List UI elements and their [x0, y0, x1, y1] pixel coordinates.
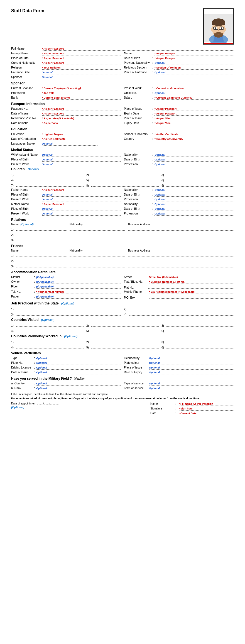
sign-name-value[interactable]: * Fill Name As Per Passport [179, 402, 213, 405]
worked-optional: (Optional) [64, 335, 77, 338]
profession-m-value[interactable]: Optional [155, 163, 165, 166]
salary-value[interactable]: * Current Salary and Currency [155, 96, 192, 99]
floor-value[interactable]: (If Applicable) [36, 285, 53, 288]
relatives-name-optional: (Optional) [20, 223, 33, 226]
place-birth-m-value[interactable]: Optional [42, 158, 53, 161]
sponsor-value[interactable]: Optional [42, 75, 53, 79]
country-univ-value[interactable]: * Country of University [155, 137, 183, 140]
res-visa-value[interactable]: * As per Visa (If Available) [42, 117, 74, 120]
place-issue-r-value[interactable]: * As per Passport [155, 107, 177, 110]
place-birth-mo-value[interactable]: Optional [42, 207, 53, 210]
current-nat-value[interactable]: * As per Passport [42, 61, 64, 64]
sign-date-row: Date : * Current Date [150, 411, 234, 415]
prev-nat-value[interactable]: Optional [155, 61, 165, 64]
present-work-mo-value[interactable]: Optional [42, 212, 53, 215]
lang-value[interactable]: Optional [42, 142, 53, 145]
mobile-value[interactable]: * Your contact number (If Applicable) [149, 290, 195, 293]
type-label: Type [11, 356, 33, 360]
current-nat-label: Current Nationality [11, 61, 39, 64]
plate-colour-value[interactable]: Optional [149, 361, 160, 364]
country-m-value[interactable]: Optional [36, 382, 47, 385]
present-work-f-value[interactable]: Optional [42, 198, 53, 201]
wife-value[interactable]: Optional [42, 153, 53, 156]
full-name-value[interactable]: * As per Passport [42, 47, 64, 50]
family-name-value[interactable]: * As per Passport [42, 52, 64, 55]
pager-value[interactable]: (If Applicable) [36, 295, 53, 298]
place-issue-v-value[interactable]: Optional [149, 366, 160, 369]
expiry-date-r-value[interactable]: * As per Passport [155, 112, 177, 115]
relative-row-2: 2) [11, 232, 234, 236]
nationality-fo-value[interactable]: Optional [155, 203, 165, 206]
profession-mo-value[interactable]: Optional [155, 212, 165, 215]
sign-date-value[interactable]: * Current Date [179, 412, 197, 415]
place-issue2-value[interactable]: * As per Visa [155, 117, 171, 120]
nationality-m-value[interactable]: Optional [155, 153, 165, 156]
profession-value[interactable]: * Job Title [42, 91, 54, 94]
date-expiry-v-value[interactable]: Optional [149, 371, 160, 374]
date-appt-optional: (Optional) [11, 406, 59, 409]
owner-value[interactable]: (If Applicable) [36, 280, 53, 283]
date-issue-value[interactable]: * As per Passport [42, 112, 64, 115]
term-service-value[interactable]: Optional [149, 387, 160, 390]
present-work-m-value[interactable]: Optional [42, 163, 53, 166]
dob-m-value[interactable]: Optional [155, 158, 165, 161]
passport-no-value[interactable]: * As per Passport [42, 107, 64, 110]
place-birth-value[interactable]: * As per Passport [42, 57, 64, 60]
family-name-row: Family Name : * As per Passport Name : *… [11, 52, 234, 55]
bank-row: Bank : * Current Bank (If any) Salary : … [11, 96, 234, 100]
religion-value[interactable]: * Your Religion [42, 66, 60, 69]
dob-r-value[interactable]: * As per Passport [155, 57, 177, 60]
name-r-value[interactable]: * As per Passport [155, 52, 177, 55]
profession-f-value[interactable]: Optional [155, 198, 165, 201]
entrance-date-value[interactable]: Optional [42, 71, 53, 74]
licenced-value[interactable]: Optional [149, 357, 160, 360]
visited-4: 4) [11, 328, 84, 333]
curr-sponsor-value[interactable]: * Current Employer (If working) [42, 87, 81, 90]
education-value[interactable]: * Highest Degree [42, 133, 63, 136]
religious-sec-value[interactable]: * Section Of Religion [155, 66, 181, 69]
mother-row: Mother Name : * As per Passport National… [11, 202, 234, 206]
tel-value[interactable]: * Your contact number [36, 290, 64, 293]
religion-label: Religion [11, 66, 39, 69]
plate-value[interactable]: Optional [36, 361, 47, 364]
rank-value[interactable]: Optional [36, 387, 47, 390]
child-7: 7) [11, 183, 84, 187]
svg-rect-5 [212, 22, 225, 25]
expiry-date2-value[interactable]: * As per Visa [155, 121, 171, 125]
place-birth-f-label: Place of Birth [11, 193, 39, 196]
office-no-value[interactable]: Optional [155, 91, 165, 94]
mother-name-value[interactable]: * As per Passport [42, 203, 64, 206]
district-label: District [11, 275, 33, 279]
date-issue-v-value[interactable]: Optional [36, 371, 47, 374]
sign-sig-value[interactable]: * Sign here [179, 407, 193, 410]
dob-fo-value[interactable]: Optional [155, 207, 165, 210]
sign-sig-row: Signature : * Sign here [150, 407, 234, 411]
driving-value[interactable]: Optional [36, 366, 47, 369]
type-value[interactable]: Optional [36, 357, 47, 360]
driving-row: Driving Licence : Optional Place of issu… [11, 366, 234, 370]
place-entrance-value[interactable]: Optional [155, 71, 165, 74]
flat-bldg-value[interactable]: * Building Number & Flat No. [149, 280, 185, 283]
type-service-value[interactable]: Optional [149, 382, 160, 385]
street-value[interactable]: Street No. (If Available) [149, 275, 178, 279]
district-value[interactable]: (If Applicable) [36, 275, 53, 279]
profession-label: Profession [11, 91, 39, 94]
job-3: 3) [11, 312, 121, 316]
date-appt-value[interactable]: ....../......./............ [38, 402, 59, 405]
nationality-f-value[interactable]: Optional [155, 188, 165, 191]
form-container: Staff Data Form [11, 8, 234, 416]
relatives-name-label: Name [11, 223, 19, 226]
father-name-value[interactable]: * As per Passport [42, 188, 64, 191]
bank-value[interactable]: * Current Bank (If any) [42, 96, 70, 99]
present-work-value[interactable]: * Current work location [155, 87, 184, 90]
place-birth-f-value[interactable]: Optional [42, 193, 53, 196]
friend-row-3: 3) [11, 264, 234, 268]
passport-section-header: Passport Information [11, 102, 234, 106]
children-optional: Optional [28, 168, 39, 171]
dob-f-value[interactable]: Optional [155, 193, 165, 196]
date-issue2-value[interactable]: * As per Visa [42, 121, 58, 125]
date-grad-value[interactable]: * As Per Certificate [42, 137, 65, 140]
job-grid: 1) 2) 3) 4) [11, 306, 234, 316]
school-value[interactable]: * As Per Certificate [155, 133, 178, 136]
flat-no-label: Flat No. [124, 286, 146, 289]
